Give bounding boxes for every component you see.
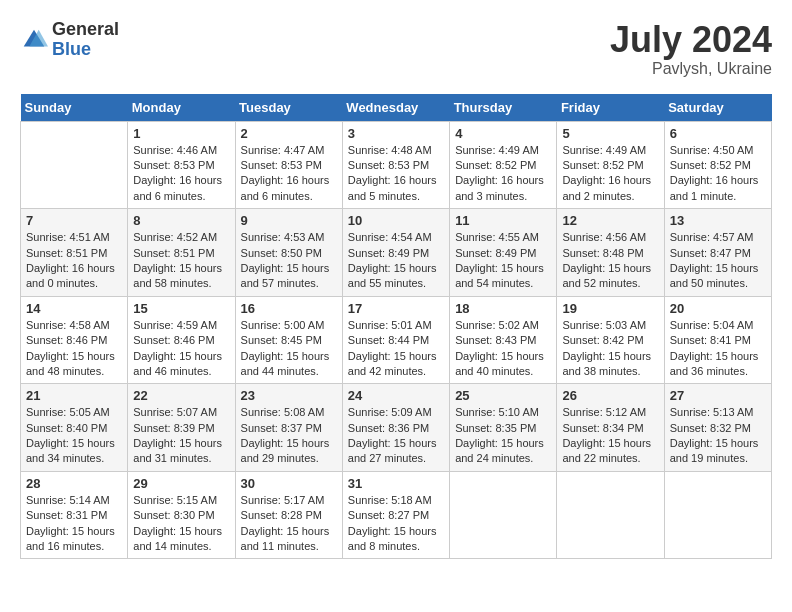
header-row: SundayMondayTuesdayWednesdayThursdayFrid… xyxy=(21,94,772,122)
day-number: 18 xyxy=(455,301,551,316)
day-number: 17 xyxy=(348,301,444,316)
week-row-4: 21Sunrise: 5:05 AM Sunset: 8:40 PM Dayli… xyxy=(21,384,772,472)
day-info: Sunrise: 4:48 AM Sunset: 8:53 PM Dayligh… xyxy=(348,143,444,205)
column-header-tuesday: Tuesday xyxy=(235,94,342,122)
day-number: 26 xyxy=(562,388,658,403)
day-info: Sunrise: 5:18 AM Sunset: 8:27 PM Dayligh… xyxy=(348,493,444,555)
day-info: Sunrise: 5:12 AM Sunset: 8:34 PM Dayligh… xyxy=(562,405,658,467)
day-cell xyxy=(557,471,664,559)
day-info: Sunrise: 5:10 AM Sunset: 8:35 PM Dayligh… xyxy=(455,405,551,467)
day-cell: 5Sunrise: 4:49 AM Sunset: 8:52 PM Daylig… xyxy=(557,121,664,209)
day-number: 11 xyxy=(455,213,551,228)
logo: General Blue xyxy=(20,20,119,60)
day-cell: 1Sunrise: 4:46 AM Sunset: 8:53 PM Daylig… xyxy=(128,121,235,209)
logo-blue: Blue xyxy=(52,40,119,60)
logo-general: General xyxy=(52,20,119,40)
day-cell: 28Sunrise: 5:14 AM Sunset: 8:31 PM Dayli… xyxy=(21,471,128,559)
day-cell: 15Sunrise: 4:59 AM Sunset: 8:46 PM Dayli… xyxy=(128,296,235,384)
day-info: Sunrise: 5:02 AM Sunset: 8:43 PM Dayligh… xyxy=(455,318,551,380)
day-number: 29 xyxy=(133,476,229,491)
day-number: 25 xyxy=(455,388,551,403)
day-number: 22 xyxy=(133,388,229,403)
day-info: Sunrise: 4:55 AM Sunset: 8:49 PM Dayligh… xyxy=(455,230,551,292)
day-number: 24 xyxy=(348,388,444,403)
logo-text: General Blue xyxy=(52,20,119,60)
day-number: 3 xyxy=(348,126,444,141)
day-number: 21 xyxy=(26,388,122,403)
day-cell: 11Sunrise: 4:55 AM Sunset: 8:49 PM Dayli… xyxy=(450,209,557,297)
day-info: Sunrise: 5:08 AM Sunset: 8:37 PM Dayligh… xyxy=(241,405,337,467)
day-cell: 22Sunrise: 5:07 AM Sunset: 8:39 PM Dayli… xyxy=(128,384,235,472)
week-row-3: 14Sunrise: 4:58 AM Sunset: 8:46 PM Dayli… xyxy=(21,296,772,384)
calendar-table: SundayMondayTuesdayWednesdayThursdayFrid… xyxy=(20,94,772,560)
day-cell xyxy=(450,471,557,559)
day-info: Sunrise: 4:47 AM Sunset: 8:53 PM Dayligh… xyxy=(241,143,337,205)
day-info: Sunrise: 5:00 AM Sunset: 8:45 PM Dayligh… xyxy=(241,318,337,380)
column-header-sunday: Sunday xyxy=(21,94,128,122)
day-info: Sunrise: 4:49 AM Sunset: 8:52 PM Dayligh… xyxy=(562,143,658,205)
day-number: 8 xyxy=(133,213,229,228)
day-cell: 6Sunrise: 4:50 AM Sunset: 8:52 PM Daylig… xyxy=(664,121,771,209)
day-info: Sunrise: 5:04 AM Sunset: 8:41 PM Dayligh… xyxy=(670,318,766,380)
day-info: Sunrise: 5:01 AM Sunset: 8:44 PM Dayligh… xyxy=(348,318,444,380)
day-cell: 29Sunrise: 5:15 AM Sunset: 8:30 PM Dayli… xyxy=(128,471,235,559)
day-info: Sunrise: 4:51 AM Sunset: 8:51 PM Dayligh… xyxy=(26,230,122,292)
day-cell: 27Sunrise: 5:13 AM Sunset: 8:32 PM Dayli… xyxy=(664,384,771,472)
logo-icon xyxy=(20,26,48,54)
day-info: Sunrise: 5:09 AM Sunset: 8:36 PM Dayligh… xyxy=(348,405,444,467)
day-cell: 4Sunrise: 4:49 AM Sunset: 8:52 PM Daylig… xyxy=(450,121,557,209)
day-info: Sunrise: 4:53 AM Sunset: 8:50 PM Dayligh… xyxy=(241,230,337,292)
day-cell: 21Sunrise: 5:05 AM Sunset: 8:40 PM Dayli… xyxy=(21,384,128,472)
day-number: 23 xyxy=(241,388,337,403)
day-number: 10 xyxy=(348,213,444,228)
day-cell: 10Sunrise: 4:54 AM Sunset: 8:49 PM Dayli… xyxy=(342,209,449,297)
day-cell: 3Sunrise: 4:48 AM Sunset: 8:53 PM Daylig… xyxy=(342,121,449,209)
week-row-2: 7Sunrise: 4:51 AM Sunset: 8:51 PM Daylig… xyxy=(21,209,772,297)
day-info: Sunrise: 5:17 AM Sunset: 8:28 PM Dayligh… xyxy=(241,493,337,555)
day-cell: 19Sunrise: 5:03 AM Sunset: 8:42 PM Dayli… xyxy=(557,296,664,384)
day-info: Sunrise: 4:52 AM Sunset: 8:51 PM Dayligh… xyxy=(133,230,229,292)
day-info: Sunrise: 5:03 AM Sunset: 8:42 PM Dayligh… xyxy=(562,318,658,380)
day-number: 16 xyxy=(241,301,337,316)
day-number: 27 xyxy=(670,388,766,403)
day-number: 20 xyxy=(670,301,766,316)
column-header-monday: Monday xyxy=(128,94,235,122)
day-number: 14 xyxy=(26,301,122,316)
column-header-saturday: Saturday xyxy=(664,94,771,122)
location: Pavlysh, Ukraine xyxy=(610,60,772,78)
day-cell: 20Sunrise: 5:04 AM Sunset: 8:41 PM Dayli… xyxy=(664,296,771,384)
month-year: July 2024 xyxy=(610,20,772,60)
day-info: Sunrise: 4:50 AM Sunset: 8:52 PM Dayligh… xyxy=(670,143,766,205)
day-cell xyxy=(21,121,128,209)
day-cell: 8Sunrise: 4:52 AM Sunset: 8:51 PM Daylig… xyxy=(128,209,235,297)
day-cell: 25Sunrise: 5:10 AM Sunset: 8:35 PM Dayli… xyxy=(450,384,557,472)
column-header-friday: Friday xyxy=(557,94,664,122)
day-info: Sunrise: 4:54 AM Sunset: 8:49 PM Dayligh… xyxy=(348,230,444,292)
day-cell xyxy=(664,471,771,559)
day-cell: 12Sunrise: 4:56 AM Sunset: 8:48 PM Dayli… xyxy=(557,209,664,297)
day-cell: 17Sunrise: 5:01 AM Sunset: 8:44 PM Dayli… xyxy=(342,296,449,384)
day-info: Sunrise: 5:13 AM Sunset: 8:32 PM Dayligh… xyxy=(670,405,766,467)
day-number: 7 xyxy=(26,213,122,228)
title-block: July 2024 Pavlysh, Ukraine xyxy=(610,20,772,78)
day-info: Sunrise: 4:56 AM Sunset: 8:48 PM Dayligh… xyxy=(562,230,658,292)
day-cell: 13Sunrise: 4:57 AM Sunset: 8:47 PM Dayli… xyxy=(664,209,771,297)
day-cell: 7Sunrise: 4:51 AM Sunset: 8:51 PM Daylig… xyxy=(21,209,128,297)
day-cell: 24Sunrise: 5:09 AM Sunset: 8:36 PM Dayli… xyxy=(342,384,449,472)
day-number: 9 xyxy=(241,213,337,228)
day-cell: 14Sunrise: 4:58 AM Sunset: 8:46 PM Dayli… xyxy=(21,296,128,384)
week-row-1: 1Sunrise: 4:46 AM Sunset: 8:53 PM Daylig… xyxy=(21,121,772,209)
day-info: Sunrise: 5:07 AM Sunset: 8:39 PM Dayligh… xyxy=(133,405,229,467)
page-header: General Blue July 2024 Pavlysh, Ukraine xyxy=(20,20,772,78)
day-number: 28 xyxy=(26,476,122,491)
day-info: Sunrise: 5:05 AM Sunset: 8:40 PM Dayligh… xyxy=(26,405,122,467)
day-info: Sunrise: 4:59 AM Sunset: 8:46 PM Dayligh… xyxy=(133,318,229,380)
day-cell: 31Sunrise: 5:18 AM Sunset: 8:27 PM Dayli… xyxy=(342,471,449,559)
day-number: 31 xyxy=(348,476,444,491)
day-info: Sunrise: 4:58 AM Sunset: 8:46 PM Dayligh… xyxy=(26,318,122,380)
day-cell: 26Sunrise: 5:12 AM Sunset: 8:34 PM Dayli… xyxy=(557,384,664,472)
day-cell: 30Sunrise: 5:17 AM Sunset: 8:28 PM Dayli… xyxy=(235,471,342,559)
day-number: 4 xyxy=(455,126,551,141)
day-number: 15 xyxy=(133,301,229,316)
day-cell: 16Sunrise: 5:00 AM Sunset: 8:45 PM Dayli… xyxy=(235,296,342,384)
